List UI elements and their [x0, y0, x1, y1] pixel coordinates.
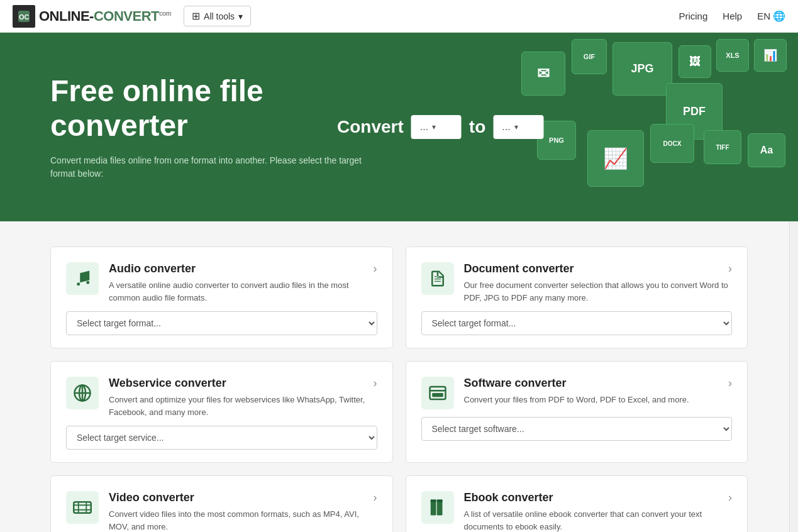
webservice-card-title: Webservice converter: [109, 377, 377, 390]
lang-label: EN: [757, 11, 770, 21]
language-selector[interactable]: EN 🌐: [757, 10, 785, 22]
gif-icon: GIF: [572, 39, 607, 74]
hero-subtitle: Convert media files online from one form…: [50, 154, 365, 180]
software-icon: [421, 377, 454, 409]
ebook-card-desc: A list of versatile online ebook convert…: [464, 508, 733, 532]
audio-chevron-icon: ›: [374, 262, 377, 275]
webservice-converter-card: Webservice converter Convert and optimiz…: [50, 361, 393, 463]
webservice-card-header: Webservice converter Convert and optimiz…: [66, 377, 377, 418]
font-icon: Aa: [748, 133, 785, 167]
audio-converter-card: Audio converter A versatile online audio…: [50, 247, 393, 348]
logo-link[interactable]: OC ONLINE-CONVERTcom: [13, 5, 171, 28]
video-icon: [66, 491, 99, 524]
to-label: to: [469, 117, 485, 137]
audio-icon: [66, 262, 99, 295]
hero-convert-bar: Convert ... ▾ to ... ▾: [337, 115, 543, 139]
logo-icon: OC: [13, 5, 35, 28]
navbar: OC ONLINE-CONVERTcom ⊞ All tools ▾ Prici…: [0, 0, 798, 33]
software-card-header: Software converter Convert your files fr…: [421, 377, 733, 409]
document-format-select[interactable]: Select target format...: [421, 311, 733, 335]
webservice-card-desc: Convert and optimize your files for webs…: [109, 394, 377, 418]
nav-right: Pricing Help EN 🌐: [679, 10, 785, 22]
all-tools-label: All tools: [204, 11, 235, 21]
xls-icon: XLS: [716, 39, 749, 72]
svg-rect-9: [74, 502, 91, 513]
hero-banner: Free online file converter Convert media…: [0, 33, 798, 221]
svg-rect-17: [436, 500, 442, 502]
document-icon: [421, 262, 454, 295]
svg-rect-8: [432, 393, 443, 397]
ebook-converter-card: Ebook converter A list of versatile onli…: [406, 475, 748, 532]
software-converter-card: Software converter Convert your files fr…: [406, 361, 748, 463]
document-card-desc: Our free document converter selection th…: [464, 279, 733, 304]
webservice-card-body: Webservice converter Convert and optimiz…: [109, 377, 377, 418]
from-format-dropdown[interactable]: ... ▾: [411, 115, 462, 139]
document-card-body: Document converter Our free document con…: [464, 262, 733, 304]
webservice-chevron-icon: ›: [374, 377, 377, 390]
to-format-dropdown[interactable]: ... ▾: [493, 115, 543, 139]
chart-icon: 📊: [754, 39, 787, 72]
audio-card-body: Audio converter A versatile online audio…: [109, 262, 377, 304]
software-target-select[interactable]: Select target software...: [421, 417, 733, 441]
from-format-value: ...: [420, 121, 428, 133]
ebook-card-title: Ebook converter: [464, 491, 733, 504]
software-card-desc: Convert your files from PDF to Word, PDF…: [464, 394, 733, 406]
ebook-chevron-icon: ›: [728, 491, 732, 504]
from-chevron-icon: ▾: [432, 123, 436, 131]
ebook-card-header: Ebook converter A list of versatile onli…: [421, 491, 733, 532]
convert-label: Convert: [337, 117, 404, 137]
all-tools-button[interactable]: ⊞ All tools ▾: [184, 6, 251, 26]
svg-text:OC: OC: [19, 13, 30, 21]
software-chevron-icon: ›: [728, 377, 732, 390]
video-card-header: Video converter Convert video files into…: [66, 491, 377, 532]
ebook-icon: [421, 491, 454, 524]
video-chevron-icon: ›: [374, 491, 377, 504]
software-card-body: Software converter Convert your files fr…: [464, 377, 733, 406]
webservice-service-select[interactable]: Select target service...: [66, 426, 377, 450]
logo-text: ONLINE-CONVERTcom: [39, 8, 171, 25]
chevron-down-icon: ▾: [238, 11, 243, 21]
audio-card-header: Audio converter A versatile online audio…: [66, 262, 377, 304]
globe-icon: 🌐: [773, 10, 785, 22]
document-converter-card: Document converter Our free document con…: [406, 247, 748, 348]
document-card-header: Document converter Our free document con…: [421, 262, 733, 304]
converter-grid: Audio converter A versatile online audio…: [50, 247, 748, 532]
grid-icon: ⊞: [192, 10, 200, 22]
svg-rect-16: [430, 500, 436, 502]
webservice-icon: [66, 377, 99, 409]
video-card-body: Video converter Convert video files into…: [109, 491, 377, 532]
software-card-title: Software converter: [464, 377, 733, 390]
to-format-value: ...: [502, 121, 510, 133]
video-converter-card: Video converter Convert video files into…: [50, 475, 393, 532]
document-card-title: Document converter: [464, 262, 733, 275]
audio-format-select[interactable]: Select target format...: [66, 311, 377, 335]
audio-card-desc: A versatile online audio converter to co…: [109, 279, 377, 304]
video-card-desc: Convert video files into the most common…: [109, 508, 377, 532]
document-chevron-icon: ›: [728, 262, 732, 275]
audio-card-title: Audio converter: [109, 262, 377, 275]
pricing-link[interactable]: Pricing: [679, 11, 707, 21]
ebook-card-body: Ebook converter A list of versatile onli…: [464, 491, 733, 532]
video-card-title: Video converter: [109, 491, 377, 504]
main-content: Audio converter A versatile online audio…: [0, 221, 798, 532]
to-chevron-icon: ▾: [514, 123, 518, 131]
help-link[interactable]: Help: [723, 11, 742, 21]
